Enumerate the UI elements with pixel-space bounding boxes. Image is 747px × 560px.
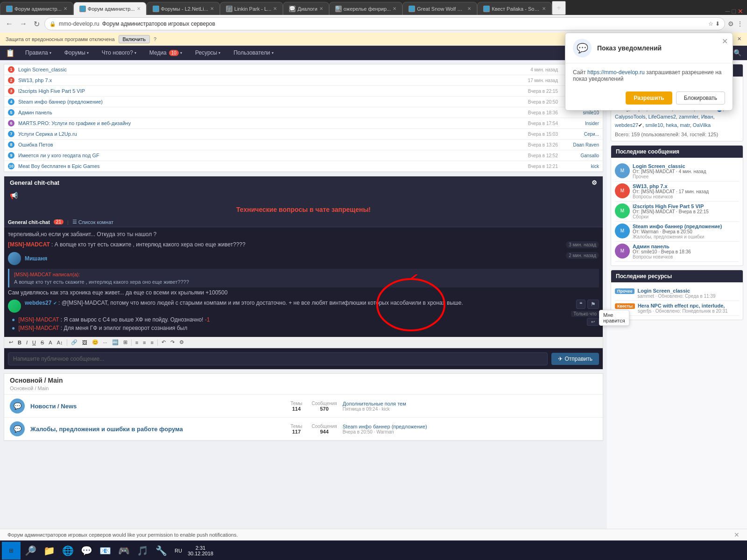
format-size-btn[interactable]: A↕ <box>55 339 65 346</box>
chat-reply-author-1[interactable]: [MSN]-MADCAT <box>19 316 59 323</box>
taskbar-app-5[interactable]: 📧 <box>96 542 114 560</box>
format-undo-btn[interactable]: ↩ <box>7 338 15 346</box>
chat-author-madcat[interactable]: [MSN]-MADCAT <box>8 241 50 248</box>
tab-close-4[interactable]: ✕ <box>273 6 277 11</box>
recent-msg-title-3[interactable]: l2scripts High Five Part 5 VIP <box>633 203 739 209</box>
recent-msg-title-2[interactable]: SW13, php 7.x <box>633 183 739 189</box>
chat-settings-icon[interactable]: ⚙ <box>592 179 597 186</box>
nav-new[interactable]: Что нового? ▾ <box>99 48 139 58</box>
topic-title[interactable]: SW13, php 7.x <box>18 77 507 83</box>
online-user-heka[interactable]: heka <box>666 122 677 128</box>
topic-title[interactable]: Ошибка Петов <box>18 142 507 147</box>
online-user-oavilka[interactable]: OaVilka <box>693 122 711 128</box>
taskbar-app-1[interactable]: 🔎 <box>21 542 39 560</box>
news-last-post-title[interactable]: Дополнительные поля тем <box>343 401 597 406</box>
topic-author[interactable]: Daan Raven <box>562 142 599 147</box>
recent-msg-title-4[interactable]: Steam инфо баннер (предложение) <box>633 224 739 229</box>
taskbar-app-7[interactable]: 🎵 <box>134 542 151 560</box>
chat-reply-author-2[interactable]: [MSN]-MADCAT <box>19 325 59 331</box>
topic-author[interactable]: kick <box>562 164 599 169</box>
tab-close-3[interactable]: ✕ <box>210 6 214 11</box>
topic-title[interactable]: Login Screen_classic <box>18 67 507 72</box>
topic-author[interactable]: smile10 <box>562 110 599 115</box>
enable-security-button[interactable]: Включить <box>119 35 150 43</box>
recent-resource-title-2[interactable]: Hera NPC with effect npc, interlude, <box>638 303 728 308</box>
close-button[interactable]: ✕ <box>738 7 743 15</box>
chat-rooms-link[interactable]: ☰ Список комнат <box>72 219 113 225</box>
nav-forums[interactable]: Форумы ▾ <box>62 48 92 58</box>
recent-msg-title-5[interactable]: Админ панель <box>633 244 739 249</box>
tab-3[interactable]: 🌐 Форумы - L2.NetLi... ✕ <box>147 2 220 15</box>
format-strike-btn[interactable]: S <box>39 339 46 346</box>
start-button[interactable]: ⊞ <box>2 542 21 560</box>
taskbar-app-6[interactable]: 🎮 <box>115 542 133 560</box>
new-tab-button[interactable]: + <box>552 1 565 15</box>
topic-title[interactable]: Услуги Серика и L2Up.ru <box>18 131 507 137</box>
chat-author-mishanya[interactable]: Мишаня <box>25 255 47 262</box>
format-table-btn[interactable]: ⊞ <box>121 338 129 346</box>
tab-close-1[interactable]: ✕ <box>63 6 67 11</box>
download-icon[interactable]: ⬇ <box>715 21 720 27</box>
bookmark-icon[interactable]: ☆ <box>708 21 713 27</box>
notification-block-button[interactable]: Блокировать <box>676 91 725 105</box>
security-bar-close[interactable]: ✕ <box>737 36 741 42</box>
format-special-btn[interactable]: 🔤 <box>110 338 120 346</box>
taskbar-app-4[interactable]: 💬 <box>78 542 95 560</box>
tab-4[interactable]: 🎵 Linkin Park - L... ✕ <box>220 2 283 15</box>
chat-author-webdes27[interactable]: webdes27 <box>25 300 51 306</box>
format-align-left-btn[interactable]: ≡ <box>134 339 140 346</box>
format-color-btn[interactable]: A <box>47 339 54 346</box>
nav-media[interactable]: Медиа 10 ▾ <box>147 48 185 58</box>
chat-message-input[interactable] <box>8 352 548 365</box>
online-user-smile10[interactable]: smile10 <box>645 122 663 128</box>
notification-allow-button[interactable]: Разрешить <box>626 91 672 105</box>
address-box[interactable]: 🔒 mmo-develop.ru Форум администраторов и… <box>44 17 725 30</box>
minimize-button[interactable]: ─ <box>726 7 730 15</box>
menu-button[interactable]: ⋮ <box>737 20 743 28</box>
online-user-webdes27[interactable]: webdes27 <box>615 122 638 128</box>
format-link-btn[interactable]: 🔗 <box>69 338 79 346</box>
recent-msg-title-1[interactable]: Login Screen_classic <box>633 163 739 169</box>
tab-1[interactable]: 🌐 Форум администр... ✕ <box>0 2 73 15</box>
format-more-btn[interactable]: ··· <box>101 339 109 346</box>
tab-2[interactable]: 🌐 Форум администр... ✕ <box>73 2 147 15</box>
topic-title[interactable]: Steam инфо баннер (предложение) <box>18 99 507 105</box>
format-align-center-btn[interactable]: ≡ <box>141 339 148 346</box>
format-settings-btn[interactable]: ⚙ <box>177 338 186 346</box>
tab-8[interactable]: 🌐 Квест Pailaka - Song... ✕ <box>477 2 552 15</box>
nav-resources[interactable]: Ресурсы ▾ <box>192 48 223 58</box>
tab-close-6[interactable]: ✕ <box>393 6 396 11</box>
topic-title[interactable]: Meat Boy бесплатен в Epic Games <box>18 163 507 169</box>
security-info-icon[interactable]: ? <box>154 36 156 42</box>
recent-resource-title-1[interactable]: Login Screen_classic <box>637 288 715 294</box>
taskbar-app-8[interactable]: 🔧 <box>152 542 170 560</box>
topic-title[interactable]: Имеется ли у кого геодата под GF <box>18 153 507 158</box>
tab-5[interactable]: 💬 Диалоги ✕ <box>283 2 329 15</box>
online-user-calypso[interactable]: CalypsoTools <box>615 114 645 119</box>
topic-author[interactable]: Сери... <box>562 132 599 137</box>
notification-close-button[interactable]: ✕ <box>722 37 728 46</box>
extensions-button[interactable]: ⚙ <box>728 20 734 28</box>
tab-6[interactable]: 🔍 ожерелье фенрир... ✕ <box>329 2 402 15</box>
feedback-last-post-title[interactable]: Steam инфо баннер (предложение) <box>343 424 597 429</box>
tab-close-8[interactable]: ✕ <box>542 6 546 11</box>
nav-users[interactable]: Пользователи ▾ <box>231 48 276 58</box>
tab-close-7[interactable]: ✕ <box>467 6 471 11</box>
online-user-zammler[interactable]: zammler <box>679 114 698 119</box>
maximize-button[interactable]: □ <box>732 7 736 15</box>
topic-author[interactable]: Gansallo <box>562 153 599 158</box>
back-button[interactable]: ← <box>4 19 15 29</box>
format-italic-btn[interactable]: I <box>24 339 29 346</box>
tab-7[interactable]: 🌐 Great Snow Wolf Ne... ✕ <box>402 2 477 15</box>
online-user-ivan[interactable]: Иван <box>701 114 713 119</box>
category-feedback-title[interactable]: Жалобы, предложения и ошибки в работе фо… <box>30 426 285 433</box>
taskbar-app-3[interactable]: 🌐 <box>59 542 77 560</box>
format-emoji-btn[interactable]: 😊 <box>90 338 100 346</box>
reply-button[interactable]: ↩ <box>587 318 599 326</box>
forward-button[interactable]: → <box>18 19 29 29</box>
chat-send-button[interactable]: ✈ Отправить <box>551 353 599 365</box>
tab-close-2[interactable]: ✕ <box>137 6 141 11</box>
category-news-title[interactable]: Новости / News <box>30 403 285 410</box>
flag-action-button[interactable]: ⚑ <box>587 300 599 309</box>
online-user-matr[interactable]: matr <box>680 122 690 128</box>
